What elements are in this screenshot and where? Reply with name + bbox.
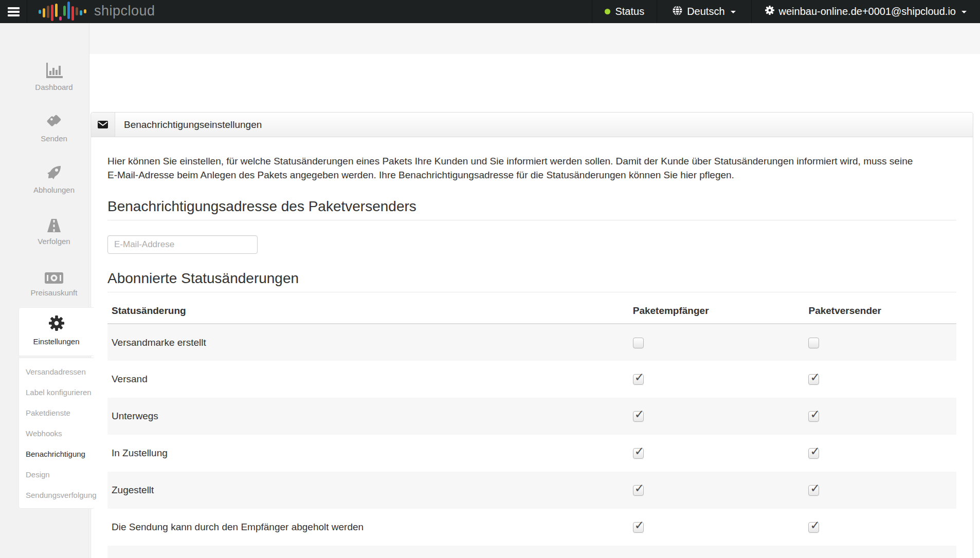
- sender-checkbox[interactable]: [808, 338, 819, 348]
- recipient-checkbox[interactable]: [633, 338, 644, 348]
- sidebar: Dashboard Senden: [0, 23, 89, 558]
- road-icon: [19, 213, 89, 232]
- column-header-paketversender: Paketversender: [804, 299, 956, 324]
- submenu-item-benachrichtigung[interactable]: Benachrichtigung: [19, 444, 94, 464]
- sidebar-item-senden[interactable]: Senden: [19, 110, 89, 162]
- money-icon: [19, 265, 89, 284]
- gear-icon: [765, 6, 774, 17]
- intro-text: Hier können Sie einstellen, für welche S…: [107, 154, 956, 182]
- content-sheet: Benachrichtigungseinstellungen Hier könn…: [89, 54, 980, 558]
- recipient-checkbox[interactable]: [633, 448, 644, 459]
- language-dropdown[interactable]: Deutsch: [657, 0, 751, 23]
- table-row: Versandmarke gelöscht: [107, 546, 956, 558]
- sidebar-item-label: Preisauskunft: [19, 288, 89, 297]
- chevron-down-icon: [961, 11, 967, 16]
- table-row: Zugestellt: [107, 472, 956, 509]
- submenu-item-label-konfigurieren[interactable]: Label konfigurieren: [19, 382, 94, 403]
- status-label: Versandmarke erstellt: [107, 324, 629, 361]
- sidebar-item-dashboard[interactable]: Dashboard: [19, 59, 89, 110]
- rocket-icon: [19, 162, 89, 181]
- hamburger-icon: [8, 7, 20, 16]
- intro-text-line2: E-Mail-Adresse beim Anlegen des Pakets a…: [107, 168, 956, 182]
- top-navbar: shipcloud Status Deutsch: [0, 0, 980, 23]
- sidebar-item-abholungen[interactable]: Abholungen: [19, 162, 89, 213]
- submenu-item-sendungsverfolgung[interactable]: Sendungsverfolgung: [19, 485, 94, 506]
- status-label: Zugestellt: [107, 472, 629, 509]
- brand-logo[interactable]: shipcloud: [27, 0, 155, 23]
- sidebar-item-verfolgen[interactable]: Verfolgen: [19, 213, 89, 265]
- status-label: Versandmarke gelöscht: [107, 546, 629, 558]
- sender-checkbox[interactable]: [808, 448, 819, 459]
- sidebar-item-label: Senden: [19, 134, 89, 143]
- column-header-paketempfaenger: Paketempfänger: [629, 299, 805, 324]
- status-label: Status: [615, 6, 644, 17]
- account-dropdown[interactable]: weinbau-online.de+0001@shipcloud.io: [751, 0, 980, 23]
- account-email-label: weinbau-online.de+0001@shipcloud.io: [779, 6, 956, 17]
- status-label: Unterwegs: [107, 398, 629, 435]
- submenu-item-webhooks[interactable]: Webhooks: [19, 423, 94, 444]
- main-area: Benachrichtigungseinstellungen Hier könn…: [89, 23, 980, 558]
- status-label: Versand: [107, 361, 629, 398]
- sender-checkbox[interactable]: [808, 374, 819, 385]
- sender-checkbox[interactable]: [808, 522, 819, 533]
- notification-settings-panel: Benachrichtigungseinstellungen Hier könn…: [90, 112, 973, 558]
- subscriptions-heading: Abonnierte Statusänderungen: [107, 269, 956, 288]
- status-label: In Zustellung: [107, 435, 629, 472]
- sender-checkbox[interactable]: [808, 411, 819, 422]
- table-row: In Zustellung: [107, 435, 956, 472]
- recipient-checkbox[interactable]: [633, 485, 644, 496]
- subscriptions-table: Statusänderung Paketempfänger Paketverse…: [107, 299, 956, 558]
- sender-checkbox[interactable]: [808, 485, 819, 496]
- divider: [107, 292, 956, 292]
- panel-title: Benachrichtigungseinstellungen: [115, 113, 262, 137]
- gear-icon: [49, 315, 64, 333]
- brand-name: shipcloud: [94, 3, 155, 21]
- globe-icon: [673, 6, 682, 18]
- sender-address-heading: Benachrichtigungsadresse des Paketversen…: [107, 197, 956, 216]
- table-row: Unterwegs: [107, 398, 956, 435]
- sidebar-item-label: Einstellungen: [33, 337, 79, 346]
- tags-icon: [19, 110, 89, 129]
- submenu-item-design[interactable]: Design: [19, 464, 94, 485]
- status-indicator-dot: [605, 9, 610, 14]
- table-row: Versand: [107, 361, 956, 398]
- intro-text-line1: Hier können Sie einstellen, für welche S…: [107, 154, 956, 168]
- menu-toggle-button[interactable]: [0, 0, 27, 23]
- divider: [107, 220, 956, 220]
- recipient-checkbox[interactable]: [633, 411, 644, 422]
- submenu-item-versandadressen[interactable]: Versandadressen: [19, 362, 94, 382]
- table-row: Die Sendung kann durch den Empfänger abg…: [107, 509, 956, 546]
- recipient-checkbox[interactable]: [633, 374, 644, 385]
- bar-chart-icon: [19, 59, 89, 78]
- shipcloud-logo-icon: [39, 3, 86, 21]
- sidebar-item-label: Dashboard: [19, 83, 89, 91]
- submenu-item-paketdienste[interactable]: Paketdienste: [19, 403, 94, 423]
- sidebar-item-label: Abholungen: [19, 185, 89, 194]
- column-header-statusaenderung: Statusänderung: [107, 299, 629, 324]
- status-label: Die Sendung kann durch den Empfänger abg…: [107, 509, 629, 546]
- email-input[interactable]: [107, 235, 258, 254]
- settings-submenu: Versandadressen Label konfigurieren Pake…: [19, 358, 94, 509]
- language-label: Deutsch: [687, 6, 724, 17]
- sidebar-item-label: Verfolgen: [19, 237, 89, 246]
- table-row: Versandmarke erstellt: [107, 324, 956, 361]
- chevron-down-icon: [731, 11, 736, 16]
- panel-header: Benachrichtigungseinstellungen: [91, 113, 973, 137]
- recipient-checkbox[interactable]: [633, 522, 644, 533]
- envelope-icon: [91, 113, 115, 137]
- status-menu-item[interactable]: Status: [592, 0, 657, 23]
- sidebar-item-einstellungen-active[interactable]: Einstellungen: [19, 307, 94, 356]
- table-header-row: Statusänderung Paketempfänger Paketverse…: [107, 299, 956, 324]
